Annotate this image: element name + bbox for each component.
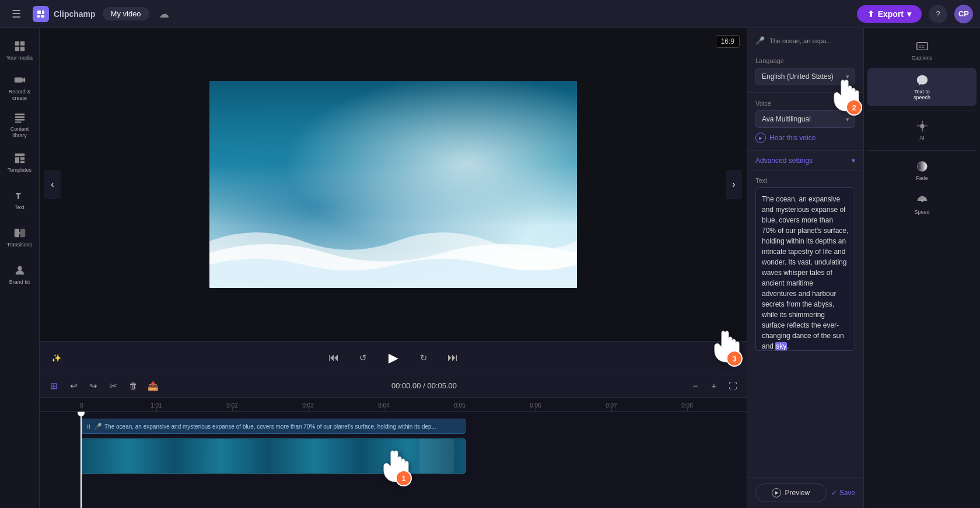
zoom-in-button[interactable]: + — [706, 378, 722, 394]
fullscreen-button[interactable]: ⛶ — [721, 349, 740, 367]
skip-to-start-button[interactable]: ⏮ — [324, 349, 343, 367]
transitions-icon — [13, 227, 26, 239]
aspect-ratio-badge: 16:9 — [716, 35, 740, 48]
sidebar-item-templates[interactable]: Templates — [2, 145, 37, 180]
app-logo: Clipchamp — [33, 6, 96, 22]
svg-rect-19 — [14, 228, 19, 237]
timeline-playhead — [80, 412, 82, 508]
tts-panel: 🎤 The ocean, an expa... Language English… — [747, 28, 863, 508]
cut-button[interactable]: ✂ — [105, 378, 121, 394]
rp-text-speech[interactable]: Text tospeech — [867, 68, 977, 106]
editor-center: 16:9 ‹ › ✨ ⏮ ↺ ▶ ↻ ⏭ — [40, 28, 747, 508]
undo-button[interactable]: ↩ — [65, 378, 82, 394]
export-clip-button[interactable]: 📤 — [145, 378, 161, 394]
text-icon: T — [13, 189, 26, 202]
avatar[interactable]: CP — [954, 5, 973, 23]
ai-icon — [916, 120, 929, 133]
sidebar-item-text[interactable]: T Text — [2, 182, 37, 217]
video-title[interactable]: My video — [103, 7, 149, 20]
rp-speed[interactable]: Speed — [867, 188, 977, 221]
preview-play-icon: ▶ — [772, 488, 781, 497]
right-side: 🎤 The ocean, an expa... Language English… — [747, 28, 980, 508]
sidebar-label-content-library: Contentlibrary — [10, 126, 29, 139]
hamburger-menu[interactable]: ☰ — [7, 5, 26, 23]
timeline-tracks[interactable]: ⏸ 🎤 The ocean, an expansive and mysterio… — [40, 412, 747, 508]
play-pause-button[interactable]: ▶ — [383, 347, 404, 368]
grid-icon — [13, 40, 26, 53]
delete-button[interactable]: 🗑 — [125, 378, 141, 394]
magic-edit-button[interactable]: ✨ — [47, 349, 65, 367]
help-button[interactable]: ? — [929, 5, 947, 23]
language-select-wrapper[interactable]: English (United States) — [755, 68, 855, 85]
advanced-settings-row[interactable]: Advanced settings ▾ — [747, 151, 863, 171]
advanced-settings-chevron: ▾ — [852, 156, 855, 165]
export-chevron-icon: ▾ — [907, 9, 911, 19]
fast-forward-button[interactable]: ↻ — [414, 349, 433, 367]
voice-select-wrapper[interactable]: Ava Multilingual — [755, 110, 855, 128]
ai-label: AI — [919, 135, 925, 141]
rp-divider-2 — [867, 150, 977, 151]
prev-clip-button[interactable]: ‹ — [44, 170, 61, 199]
skip-to-end-button[interactable]: ⏭ — [443, 349, 462, 367]
export-button[interactable]: ⬆ Export ▾ — [857, 5, 922, 23]
tts-preview-icon: 🎤 — [755, 36, 765, 45]
text-label: Text — [755, 177, 855, 184]
play-circle-icon: ▶ — [755, 133, 766, 143]
cloud-sync-icon: ☁ — [159, 8, 169, 20]
rp-ai[interactable]: AI — [867, 114, 977, 147]
redo-button[interactable]: ↪ — [85, 378, 102, 394]
sidebar-label-record: Record &create — [9, 89, 31, 102]
sidebar-item-brand-kit[interactable]: Brand kit — [2, 257, 37, 292]
text-speech-label: Text tospeech — [914, 89, 930, 100]
svg-rect-15 — [15, 157, 19, 163]
svg-rect-2 — [37, 15, 40, 18]
preview-area: 16:9 ‹ › — [40, 28, 747, 341]
save-button[interactable]: ✓ Save — [831, 489, 855, 497]
captions-icon: CC — [916, 40, 929, 53]
svg-rect-13 — [15, 122, 21, 123]
next-clip-button[interactable]: › — [726, 170, 742, 199]
voice-label: Voice — [755, 100, 855, 107]
rewind-button[interactable]: ↺ — [354, 349, 372, 367]
captions-label: Captions — [912, 55, 933, 61]
sidebar-label-your-media: Your media — [6, 55, 33, 61]
microphone-icon: 🎤 — [94, 423, 102, 430]
svg-rect-1 — [42, 11, 44, 14]
brand-icon — [13, 264, 26, 277]
fade-icon — [916, 160, 929, 173]
audio-track[interactable]: ⏸ 🎤 The ocean, an expansive and mysterio… — [80, 419, 466, 434]
fit-to-window-button[interactable]: ⛶ — [724, 378, 741, 394]
tts-header: 🎤 The ocean, an expa... — [747, 28, 863, 50]
sidebar-label-transitions: Transitions — [7, 242, 33, 248]
svg-rect-14 — [15, 153, 24, 156]
sidebar-item-content-library[interactable]: Contentlibrary — [2, 107, 37, 142]
snap-button[interactable]: ⊞ — [46, 378, 62, 394]
svg-rect-5 — [20, 41, 24, 45]
playback-controls: ✨ ⏮ ↺ ▶ ↻ ⏭ ⛶ — [40, 341, 747, 374]
video-preview — [209, 81, 577, 288]
svg-point-22 — [18, 266, 22, 270]
rp-divider-1 — [867, 110, 977, 110]
text-content[interactable]: The ocean, an expansive and mysterious e… — [755, 187, 855, 351]
svg-marker-9 — [22, 78, 25, 83]
video-track[interactable] — [80, 439, 466, 474]
sidebar-item-transitions[interactable]: Transitions — [2, 220, 37, 255]
timeline-ruler: 0 1:01 0:02 0:03 0:04 0:05 0:06 0:07 0:0… — [40, 398, 747, 412]
sidebar-item-record[interactable]: Record &create — [2, 70, 37, 105]
hear-voice-button[interactable]: ▶ Hear this voice — [755, 133, 816, 143]
svg-point-28 — [921, 200, 923, 202]
zoom-out-button[interactable]: − — [687, 378, 704, 394]
voice-select[interactable]: Ava Multilingual — [755, 110, 855, 128]
library-icon — [13, 111, 26, 124]
svg-rect-8 — [14, 78, 22, 83]
tts-preview-text: The ocean, an expa... — [769, 37, 831, 44]
main-layout: Your media Record &create Contentlibrary — [0, 28, 980, 508]
camera-icon — [13, 74, 26, 86]
sidebar-item-your-media[interactable]: Your media — [2, 33, 37, 68]
rp-captions[interactable]: CC Captions — [867, 34, 977, 67]
preview-button[interactable]: ▶ Preview — [755, 483, 827, 502]
timeline-time-display: 00:00.00 / 00:05.00 — [164, 381, 684, 390]
rp-fade[interactable]: Fade — [867, 154, 977, 187]
svg-rect-11 — [15, 116, 24, 118]
language-select[interactable]: English (United States) — [755, 68, 855, 85]
